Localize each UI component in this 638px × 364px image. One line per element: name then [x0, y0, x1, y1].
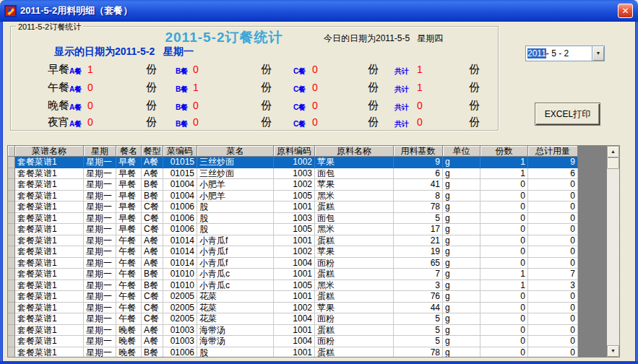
window-title: 2011-5-2用料明细（套餐） [20, 4, 132, 17]
table-row[interactable]: 套餐菜谱1星期一晚餐A餐01003海带汤1004面粉5g00 [8, 336, 578, 347]
row-indicator [8, 213, 15, 225]
scroll-thumb[interactable] [607, 157, 619, 169]
table-cell: 1002 [274, 179, 315, 191]
table-cell: 01015 [163, 157, 197, 168]
table-cell: g [443, 280, 480, 292]
table-row[interactable]: 套餐菜谱1星期一午餐C餐02005花菜1004面粉5g00 [8, 313, 578, 325]
close-icon: ✕ [621, 6, 629, 16]
table-row[interactable]: 套餐菜谱1星期一午餐A餐01014小青瓜f1002苹果19g00 [8, 246, 578, 258]
table-cell: 01004 [163, 179, 197, 191]
table-row[interactable]: 套餐菜谱1星期一早餐C餐01006股1005黑米17g00 [8, 224, 578, 235]
table-cell: 1001 [274, 291, 315, 303]
scroll-track[interactable] [607, 169, 619, 345]
unit-label: 份 [146, 116, 157, 129]
close-button[interactable]: ✕ [618, 4, 633, 18]
table-cell: 0 [480, 213, 528, 225]
table-row[interactable]: 套餐菜谱1星期一午餐A餐01014小青瓜f1004面粉65g00 [8, 258, 578, 269]
table-row[interactable]: 套餐菜谱1星期一早餐A餐01015三丝炒面1003面包6g16 [8, 168, 578, 180]
table-cell: 黑米 [315, 191, 394, 202]
column-header[interactable]: 份数 [480, 146, 528, 157]
table-row[interactable]: 套餐菜谱1星期一早餐C餐01006股1001蛋糕78g00 [8, 202, 578, 213]
table-cell: g [443, 303, 480, 314]
table-cell: 小青瓜f [197, 258, 274, 269]
meal-a-value: 0 [87, 82, 93, 93]
table-row[interactable]: 套餐菜谱1星期一早餐B餐01004小肥羊1005黑米8g00 [8, 191, 578, 202]
column-header[interactable]: 餐型 [142, 146, 163, 157]
column-header[interactable]: 原料编码 [274, 146, 315, 157]
table-cell: 5 [394, 336, 443, 347]
table-cell: g [443, 269, 480, 280]
display-date-text: 显示的日期为2011-5-2 星期一 [54, 46, 194, 58]
table-cell: 0 [480, 202, 528, 213]
table-cell: 02005 [163, 291, 197, 303]
stats-big-title: 2011-5-2订餐统计 [116, 28, 332, 47]
table-cell: 套餐菜谱1 [15, 179, 84, 191]
meal-b-label: B餐 [176, 119, 188, 129]
column-header[interactable]: 餐名 [116, 146, 142, 157]
meal-b-label: B餐 [176, 103, 188, 113]
scroll-down-button[interactable]: ▼ [607, 345, 619, 357]
column-header[interactable]: 原料名称 [315, 146, 394, 157]
table-cell: 0 [528, 179, 578, 191]
table-cell: g [443, 213, 480, 225]
date-combobox[interactable]: 2011- 5 - 2 ▼ [525, 46, 605, 61]
table-cell: g [443, 258, 480, 269]
table-row[interactable]: 套餐菜谱1星期一午餐B餐01010小青瓜c1005黑米3g13 [8, 280, 578, 292]
table-row[interactable]: 套餐菜谱1星期一午餐A餐01014小青瓜f1001蛋糕21g00 [8, 235, 578, 247]
column-header[interactable]: 总计用量 [528, 146, 578, 157]
table-cell: 0 [480, 246, 528, 258]
table-cell: 套餐菜谱1 [15, 202, 84, 213]
table-cell: 1002 [274, 246, 315, 258]
meal-c-label: C餐 [293, 66, 306, 77]
column-header[interactable]: 菜谱名称 [15, 146, 84, 157]
table-row[interactable]: 套餐菜谱1星期一午餐C餐02005花菜1001蛋糕76g00 [8, 291, 578, 303]
column-header[interactable]: 菜名 [197, 146, 274, 157]
table-cell: g [443, 291, 480, 303]
excel-print-button[interactable]: EXCEL打印 [535, 103, 600, 126]
table-cell: C餐 [142, 313, 163, 325]
column-header[interactable]: 单位 [443, 146, 480, 157]
meal-name: 午餐 [48, 81, 69, 95]
table-cell: 星期一 [84, 313, 116, 325]
table-cell: 星期一 [84, 235, 116, 247]
table-cell: 三丝炒面 [197, 168, 274, 180]
row-indicator [8, 179, 15, 191]
table-row[interactable]: 套餐菜谱1星期一晚餐B餐01006股1001蛋糕78g00 [8, 347, 578, 358]
title-bar[interactable]: 2011-5-2用料明细（套餐） ✕ [0, 0, 638, 22]
table-row[interactable]: 套餐菜谱1星期一早餐B餐01004小肥羊1002苹果41g00 [8, 179, 578, 191]
window-border-bottom [0, 361, 638, 364]
table-row[interactable]: 套餐菜谱1星期一午餐C餐02005花菜1002苹果44g00 [8, 303, 578, 314]
grid-header-row: 菜谱名称星期餐名餐型菜编码菜名原料编码原料名称用料基数单位份数总计用量 [8, 146, 578, 157]
unit-label: 份 [469, 63, 480, 77]
combo-dropdown-button[interactable]: ▼ [592, 46, 604, 61]
table-cell: 02005 [163, 303, 197, 314]
table-cell: g [443, 157, 480, 168]
table-cell: 1004 [274, 336, 315, 347]
meal-b-label: B餐 [176, 66, 188, 77]
table-cell: 3 [528, 280, 578, 292]
meal-c-value: 0 [312, 82, 318, 93]
vertical-scrollbar[interactable]: ▲ ▼ [607, 146, 619, 357]
row-indicator [8, 280, 15, 292]
scroll-up-button[interactable]: ▲ [607, 146, 619, 157]
column-header[interactable]: 用料基数 [394, 146, 443, 157]
table-row[interactable]: 套餐菜谱1星期一晚餐A餐01003海带汤1001蛋糕5g00 [8, 325, 578, 337]
table-cell: 1 [480, 168, 528, 180]
unit-label: 份 [261, 63, 272, 77]
table-cell: 小青瓜f [197, 235, 274, 247]
table-cell: A餐 [142, 168, 163, 180]
table-cell: 0 [528, 303, 578, 314]
table-cell: 午餐 [116, 246, 142, 258]
table-row[interactable]: 套餐菜谱1星期一早餐A餐01015三丝炒面1002苹果9g19 [8, 157, 578, 168]
column-header[interactable]: 星期 [84, 146, 116, 157]
stats-groupbox-label: 2011-5-2订餐统计 [16, 22, 83, 32]
table-row[interactable]: 套餐菜谱1星期一午餐B餐01010小青瓜c1001蛋糕7g17 [8, 269, 578, 280]
meal-total-value: 0 [417, 116, 423, 128]
table-cell: 星期一 [84, 280, 116, 292]
table-cell: 星期一 [84, 336, 116, 347]
table-cell: 海带汤 [197, 336, 274, 347]
table-cell: B餐 [142, 179, 163, 191]
table-cell: g [443, 325, 480, 337]
column-header[interactable]: 菜编码 [163, 146, 197, 157]
table-row[interactable]: 套餐菜谱1星期一早餐C餐01006股1003面包5g00 [8, 213, 578, 225]
